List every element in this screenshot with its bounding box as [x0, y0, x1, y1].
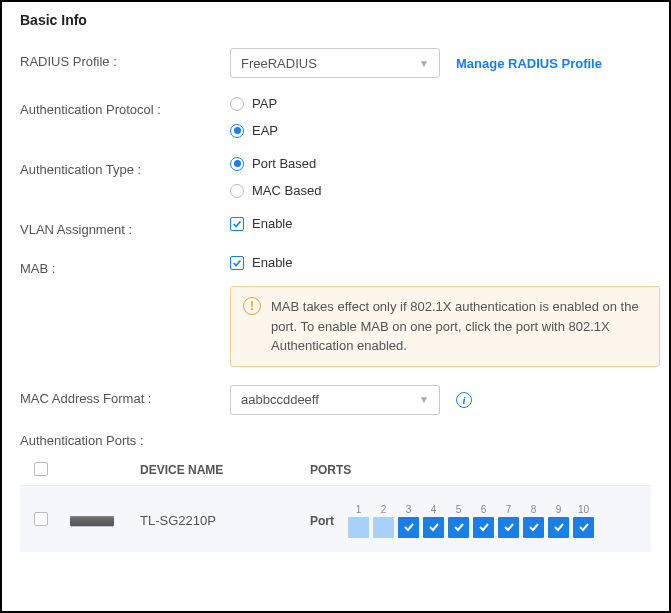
- info-icon[interactable]: i: [456, 392, 472, 408]
- radio-label: EAP: [252, 123, 278, 138]
- port-number: 7: [498, 504, 519, 515]
- row-vlan-assignment: VLAN Assignment : Enable: [20, 216, 651, 237]
- row-auth-protocol: Authentication Protocol : PAP EAP: [20, 96, 651, 138]
- port-box-5[interactable]: [448, 517, 469, 538]
- port-box-1[interactable]: [348, 517, 369, 538]
- auth-protocol-eap-radio[interactable]: EAP: [230, 123, 651, 138]
- check-icon: [232, 219, 242, 229]
- radius-profile-label: RADIUS Profile :: [20, 48, 230, 69]
- row-auth-type: Authentication Type : Port Based MAC Bas…: [20, 156, 651, 198]
- table-row: TL-SG2210P Port 12345678910: [20, 486, 651, 552]
- row-mab: MAB : Enable: [20, 255, 651, 276]
- manage-radius-profile-link[interactable]: Manage RADIUS Profile: [456, 56, 602, 71]
- port-box-6[interactable]: [473, 517, 494, 538]
- port-label: Port: [310, 514, 334, 528]
- auth-ports-table: DEVICE NAME PORTS TL-SG2210P Port 123456…: [20, 456, 651, 552]
- port-box-7[interactable]: [498, 517, 519, 538]
- row-mac-format: MAC Address Format : aabbccddeeff ▼ i: [20, 385, 651, 415]
- check-icon: [503, 521, 515, 533]
- check-icon: [553, 521, 565, 533]
- row-radius-profile: RADIUS Profile : FreeRADIUS ▼ Manage RAD…: [20, 48, 651, 78]
- warning-icon: !: [243, 297, 261, 315]
- auth-protocol-pap-radio[interactable]: PAP: [230, 96, 651, 111]
- port-number: 8: [523, 504, 544, 515]
- port-number: 10: [573, 504, 594, 515]
- mab-enable-checkbox[interactable]: Enable: [230, 255, 651, 270]
- port-box-4[interactable]: [423, 517, 444, 538]
- port-box-10[interactable]: [573, 517, 594, 538]
- port-box-8[interactable]: [523, 517, 544, 538]
- check-icon: [578, 521, 590, 533]
- auth-type-port-based-radio[interactable]: Port Based: [230, 156, 651, 171]
- port-number: 5: [448, 504, 469, 515]
- row-checkbox[interactable]: [34, 512, 48, 526]
- port-box-9[interactable]: [548, 517, 569, 538]
- auth-protocol-label: Authentication Protocol :: [20, 96, 230, 117]
- note-text: MAB takes effect only if 802.1X authenti…: [271, 297, 647, 356]
- th-device-name: DEVICE NAME: [140, 463, 310, 477]
- port-box-3[interactable]: [398, 517, 419, 538]
- port-number: 9: [548, 504, 569, 515]
- check-icon: [403, 521, 415, 533]
- vlan-assignment-label: VLAN Assignment :: [20, 216, 230, 237]
- mac-format-label: MAC Address Format :: [20, 385, 230, 406]
- port-number: 3: [398, 504, 419, 515]
- port-number: 4: [423, 504, 444, 515]
- select-all-checkbox[interactable]: [34, 462, 48, 476]
- port-box-2[interactable]: [373, 517, 394, 538]
- auth-type-label: Authentication Type :: [20, 156, 230, 177]
- table-header: DEVICE NAME PORTS: [20, 456, 651, 486]
- chevron-down-icon: ▼: [419, 58, 429, 69]
- radius-profile-select[interactable]: FreeRADIUS ▼: [230, 48, 440, 78]
- check-icon: [478, 521, 490, 533]
- auth-type-mac-based-radio[interactable]: MAC Based: [230, 183, 651, 198]
- ports-grid: 12345678910: [348, 504, 594, 538]
- radio-label: Port Based: [252, 156, 316, 171]
- checkbox-label: Enable: [252, 216, 292, 231]
- switch-device-icon: [70, 516, 114, 526]
- check-icon: [453, 521, 465, 533]
- mab-warning-note: ! MAB takes effect only if 802.1X authen…: [230, 286, 660, 367]
- th-ports: PORTS: [310, 463, 651, 477]
- vlan-enable-checkbox[interactable]: Enable: [230, 216, 651, 231]
- radius-profile-value: FreeRADIUS: [241, 56, 317, 71]
- auth-ports-label: Authentication Ports :: [20, 433, 651, 448]
- port-number: 1: [348, 504, 369, 515]
- mab-label: MAB :: [20, 255, 230, 276]
- check-icon: [428, 521, 440, 533]
- checkbox-label: Enable: [252, 255, 292, 270]
- port-number: 6: [473, 504, 494, 515]
- mac-format-select[interactable]: aabbccddeeff ▼: [230, 385, 440, 415]
- section-title: Basic Info: [20, 12, 651, 28]
- check-icon: [232, 258, 242, 268]
- port-number: 2: [373, 504, 394, 515]
- chevron-down-icon: ▼: [419, 394, 429, 405]
- check-icon: [528, 521, 540, 533]
- radio-label: MAC Based: [252, 183, 321, 198]
- device-name-cell: TL-SG2210P: [140, 513, 310, 528]
- radio-label: PAP: [252, 96, 277, 111]
- mac-format-value: aabbccddeeff: [241, 392, 319, 407]
